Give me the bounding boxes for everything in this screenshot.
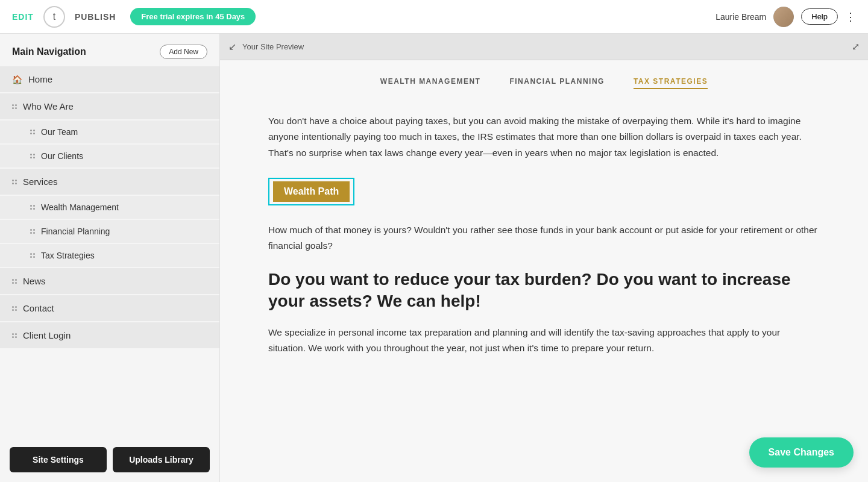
sidebar-item-label: News: [23, 276, 46, 286]
preview-label: Your Site Preview: [242, 42, 304, 51]
sidebar-item-label: Client Login: [23, 330, 71, 340]
sidebar-item-label: Home: [28, 74, 52, 84]
drag-handle-icon: [12, 279, 17, 284]
top-bar: EDIT t PUBLISH Free trial expires in 45 …: [0, 0, 868, 34]
drag-handle-icon: [12, 180, 17, 184]
intro-paragraph: You don't have a choice about paying tax…: [268, 113, 820, 161]
bottom-paragraph: We specialize in personal income tax pre…: [268, 325, 820, 357]
preview-bar: ↙ Your Site Preview ⤢: [220, 34, 868, 60]
sidebar-header: Main Navigation Add New: [0, 34, 219, 66]
sidebar-item-our-clients[interactable]: Our Clients: [0, 145, 219, 167]
more-options-icon[interactable]: ⋮: [845, 10, 856, 23]
sidebar-item-label: Services: [23, 177, 58, 187]
sidebar-item-financial-planning[interactable]: Financial Planning: [0, 220, 219, 243]
edit-button[interactable]: EDIT: [12, 12, 34, 22]
help-button[interactable]: Help: [801, 8, 838, 25]
sidebar-item-label: Tax Strategies: [41, 251, 95, 260]
sidebar-item-home[interactable]: 🏠 Home: [0, 66, 219, 92]
sidebar-item-contact[interactable]: Contact: [0, 295, 219, 321]
username-label: Laurie Bream: [715, 12, 766, 22]
preview-content: WEALTH MANAGEMENT FINANCIAL PLANNING TAX…: [220, 60, 868, 482]
site-settings-button[interactable]: Site Settings: [10, 447, 107, 472]
preview-arrows-icon[interactable]: ↙: [228, 41, 236, 52]
sidebar: Main Navigation Add New 🏠 Home Who We Ar…: [0, 34, 220, 482]
site-nav-financial-planning[interactable]: FINANCIAL PLANNING: [509, 77, 604, 89]
site-body: You don't have a choice about paying tax…: [220, 101, 868, 390]
expand-icon[interactable]: ⤢: [852, 41, 860, 52]
sub-paragraph: How much of that money is yours? Wouldn'…: [268, 222, 820, 254]
home-icon: 🏠: [12, 75, 22, 84]
sidebar-item-label: Financial Planning: [41, 227, 110, 236]
sidebar-item-label: Our Clients: [41, 151, 83, 161]
preview-area: ↙ Your Site Preview ⤢ WEALTH MANAGEMENT …: [220, 34, 868, 482]
sidebar-item-client-login[interactable]: Client Login: [0, 322, 219, 348]
trial-badge[interactable]: Free trial expires in 45 Days: [130, 8, 256, 25]
avatar-image: [773, 7, 794, 27]
publish-button[interactable]: PUBLISH: [75, 12, 116, 22]
drag-handle-icon: [30, 253, 35, 258]
save-changes-button[interactable]: Save Changes: [749, 437, 854, 468]
uploads-library-button[interactable]: Uploads Library: [113, 447, 210, 472]
sidebar-item-label: Our Team: [41, 127, 78, 137]
site-nav-tax-strategies[interactable]: TAX STRATEGIES: [634, 77, 708, 89]
sidebar-item-news[interactable]: News: [0, 268, 219, 294]
drag-handle-icon: [12, 306, 17, 311]
drag-handle-icon: [30, 229, 35, 234]
wealth-path-button[interactable]: Wealth Path: [273, 181, 350, 202]
site-nav-wealth-management[interactable]: WEALTH MANAGEMENT: [380, 77, 481, 89]
sidebar-item-label: Contact: [23, 303, 54, 313]
logo-button[interactable]: t: [43, 6, 65, 28]
sidebar-title: Main Navigation: [12, 46, 86, 57]
site-navigation: WEALTH MANAGEMENT FINANCIAL PLANNING TAX…: [220, 60, 868, 101]
main-heading: Do you want to reduce your tax burden? D…: [268, 269, 820, 313]
drag-handle-icon: [12, 333, 17, 338]
wealth-path-container: Wealth Path: [268, 178, 354, 205]
drag-handle-icon: [12, 104, 17, 109]
main-area: Main Navigation Add New 🏠 Home Who We Ar…: [0, 34, 868, 482]
drag-handle-icon: [30, 154, 35, 158]
sidebar-item-who-we-are[interactable]: Who We Are: [0, 93, 219, 119]
sidebar-item-label: Who We Are: [23, 101, 74, 111]
sidebar-item-our-team[interactable]: Our Team: [0, 120, 219, 143]
sidebar-item-wealth-management[interactable]: Wealth Management: [0, 196, 219, 219]
sidebar-item-tax-strategies[interactable]: Tax Strategies: [0, 244, 219, 267]
drag-handle-icon: [30, 130, 35, 134]
add-new-button[interactable]: Add New: [160, 45, 207, 59]
sidebar-item-services[interactable]: Services: [0, 169, 219, 195]
avatar: [773, 7, 794, 27]
drag-handle-icon: [30, 205, 35, 210]
sidebar-footer: Site Settings Uploads Library: [0, 437, 219, 482]
top-bar-right: Laurie Bream Help ⋮: [715, 7, 856, 27]
sidebar-item-label: Wealth Management: [41, 202, 119, 212]
